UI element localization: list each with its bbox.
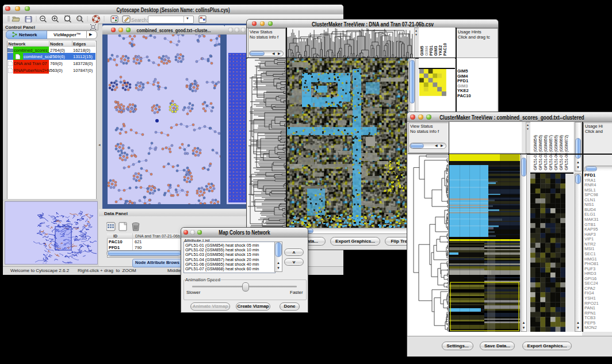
svg-text:1:1: 1:1 [78, 17, 82, 20]
